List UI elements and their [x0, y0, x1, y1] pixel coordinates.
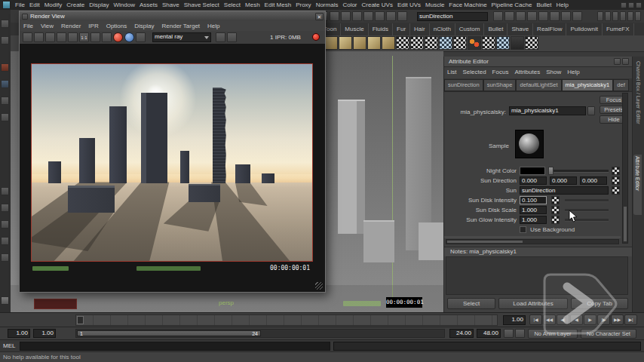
menu-item[interactable]: Edit UVs	[395, 0, 423, 10]
animation-start-field[interactable]: 1.00	[8, 329, 30, 338]
character-set-menu[interactable]: No Character Set	[581, 329, 636, 339]
move-tool-icon[interactable]	[1, 80, 9, 88]
menu-item[interactable]: Render Target	[158, 21, 204, 31]
shelf-tab[interactable]: Custom	[455, 23, 485, 35]
shelf-item-icon[interactable]	[353, 36, 366, 50]
shelf-tab[interactable]: Muscle	[341, 23, 368, 35]
command-input[interactable]	[20, 342, 330, 351]
menu-item[interactable]: Pipeline Cache	[489, 0, 535, 10]
layout-icon[interactable]	[1, 220, 9, 229]
sun-disk-intensity-field[interactable]: 0.100	[520, 196, 547, 204]
shelf-tab[interactable]: Pulldownit	[566, 23, 602, 35]
dock-tab-attribute-editor[interactable]: Attribute Editor	[633, 155, 642, 215]
menu-item[interactable]: Help	[564, 67, 582, 77]
layout-icon[interactable]	[1, 237, 9, 245]
status-icon[interactable]	[397, 11, 407, 21]
renderer-dropdown[interactable]: mental ray	[152, 32, 211, 42]
vertical-scrollbar[interactable]	[622, 93, 628, 244]
color-swatch[interactable]	[520, 167, 545, 175]
stop-render-icon[interactable]	[136, 32, 146, 42]
pin-panel-icon[interactable]	[614, 58, 621, 65]
status-icon[interactable]	[363, 11, 373, 21]
sidebar-toggle-icon[interactable]	[605, 11, 611, 21]
layout-icon[interactable]	[1, 253, 9, 262]
status-icon[interactable]	[375, 11, 385, 21]
sidebar-toggle-icon[interactable]	[627, 11, 633, 21]
menu-item[interactable]: View	[37, 21, 57, 31]
slider-track[interactable]	[565, 199, 609, 202]
auto-key-icon[interactable]	[515, 329, 525, 338]
texture-map-icon[interactable]	[551, 206, 560, 214]
close-window-icon[interactable]: ✕	[315, 13, 324, 20]
history-icon[interactable]	[538, 11, 548, 21]
slider-handle[interactable]	[548, 167, 554, 175]
shelf-tab[interactable]: Fluids	[369, 23, 393, 35]
command-language-toggle[interactable]: MEL	[3, 342, 15, 349]
dock-tab-channel-box[interactable]: Channel Box / Layer Editor	[636, 61, 641, 150]
anim-layer-menu[interactable]: No Anim Layer	[528, 329, 578, 339]
layout-icon[interactable]	[1, 187, 9, 195]
shelf-item-icon[interactable]	[339, 36, 352, 50]
transport-button[interactable]: |◀	[529, 314, 542, 325]
menu-item[interactable]: Help	[204, 21, 223, 31]
slider-track[interactable]	[565, 219, 609, 222]
status-icon[interactable]	[341, 11, 351, 21]
snap-grid-icon[interactable]	[493, 11, 503, 21]
slider-track[interactable]	[565, 209, 609, 212]
tab-sunShape[interactable]: sunShape	[483, 79, 517, 91]
shelf-item-icon[interactable]	[324, 36, 338, 50]
menu-item[interactable]: Shave	[160, 0, 182, 10]
sun-direction-z-field[interactable]: 0.000	[580, 176, 607, 185]
sidebar-toggle-icon[interactable]	[597, 11, 603, 21]
shelf-tab[interactable]: Bullet	[484, 23, 508, 35]
tab-defaultLightSet[interactable]: defaultLightSet	[516, 79, 561, 91]
one-to-one-icon[interactable]: 1:1	[79, 32, 89, 42]
transport-button[interactable]: ◀	[570, 314, 583, 325]
playback-options-icon[interactable]	[504, 329, 514, 338]
display-rgb-icon[interactable]	[227, 32, 237, 42]
snap-plane-icon[interactable]	[527, 11, 537, 21]
refresh-ipr-icon[interactable]	[102, 32, 112, 42]
snap-point-icon[interactable]	[516, 11, 526, 21]
select-button[interactable]: Select	[447, 298, 495, 309]
sun-direction-y-field[interactable]: 0.000	[550, 176, 577, 185]
shelf-item-icon[interactable]	[382, 36, 395, 50]
save-image-icon[interactable]	[34, 32, 44, 42]
menu-item[interactable]: Normals	[314, 0, 341, 10]
copy-tab-button[interactable]: Copy Tab	[571, 298, 628, 309]
close-icon[interactable]	[636, 2, 642, 8]
sun-connection-field[interactable]: sunDirection	[520, 186, 609, 195]
ipr-render-icon[interactable]	[561, 11, 571, 21]
sun-disk-scale-field[interactable]: 1.000	[520, 206, 547, 214]
restore-icon[interactable]	[628, 2, 634, 8]
menu-item[interactable]: Show	[543, 67, 564, 77]
tab-def[interactable]: def	[613, 79, 628, 91]
transport-button[interactable]: ◀◀	[543, 314, 556, 325]
current-frame-marker[interactable]	[77, 316, 84, 324]
menu-item[interactable]: Attributes	[511, 67, 543, 77]
sun-direction-x-field[interactable]: 0.000	[520, 176, 547, 185]
range-slider-bar[interactable]: 1 24	[77, 330, 261, 336]
paint-tool-icon[interactable]	[1, 63, 9, 72]
menu-item[interactable]: File	[13, 0, 27, 10]
menu-item[interactable]: Window	[112, 0, 137, 10]
render-view-window[interactable]: Render View ✕ FileViewRenderIPROptionsDi…	[19, 11, 326, 293]
menu-item[interactable]: Options	[103, 21, 131, 31]
menu-item[interactable]: Create	[64, 0, 87, 10]
shelf-tab[interactable]: RealFlow	[533, 23, 566, 35]
menu-item[interactable]: List	[444, 67, 459, 77]
shelf-item-icon[interactable]	[496, 36, 510, 50]
menu-item[interactable]: Help	[554, 0, 570, 10]
menu-item[interactable]: Edit Mesh	[262, 0, 294, 10]
menu-item[interactable]: Render	[57, 21, 84, 31]
load-attributes-button[interactable]: Load Attributes	[498, 298, 568, 309]
redo-render-icon[interactable]	[45, 32, 55, 42]
menu-item[interactable]: Mesh	[243, 0, 262, 10]
menu-item[interactable]: Edit	[27, 0, 42, 10]
menu-item[interactable]: Assets	[137, 0, 160, 10]
render-settings-icon[interactable]	[572, 11, 582, 21]
tab-sunDirection[interactable]: sunDirection	[444, 79, 483, 91]
current-time-field[interactable]: 1.00	[503, 315, 526, 325]
shelf-item-icon[interactable]	[482, 36, 495, 50]
menu-item[interactable]: Color	[340, 0, 359, 10]
